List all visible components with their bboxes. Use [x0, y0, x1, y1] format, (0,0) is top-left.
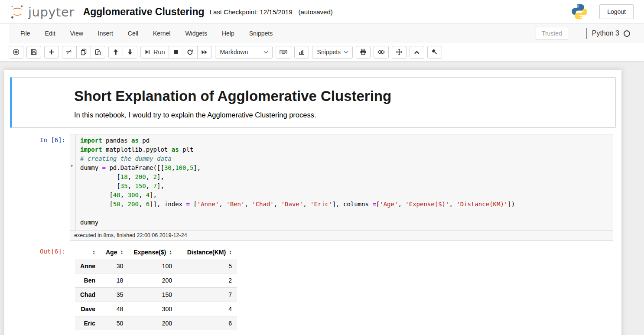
- run-button-label: Run: [153, 49, 165, 55]
- table-row: Chad351507: [75, 288, 237, 302]
- move-cells-button[interactable]: [392, 46, 407, 59]
- fold-arrow-icon[interactable]: ▾: [71, 164, 73, 168]
- move-arrows-icon: [396, 49, 403, 55]
- output-prompt: Out[6]:: [13, 245, 70, 330]
- input-prompt: In [6]:: [13, 134, 70, 241]
- bar-chart-icon: [298, 49, 305, 55]
- code-editor[interactable]: import pandas as pdimport matplotlib.pyp…: [76, 134, 519, 231]
- table-row: Ben182002: [75, 273, 237, 288]
- gavel-icon: [431, 49, 438, 55]
- jupyter-header: jupyter Agglomerative Clustering Last Ch…: [0, 0, 644, 61]
- collapse-button[interactable]: [410, 46, 424, 59]
- sort-arrows-icon[interactable]: ▲▼: [120, 250, 123, 254]
- notebook-container: Short Explanation of Agglomerative Clust…: [4, 70, 621, 335]
- table-cell: 48: [101, 302, 128, 316]
- table-cell: 100: [128, 259, 177, 273]
- title-bar: jupyter Agglomerative Clustering Last Ch…: [0, 0, 644, 24]
- keyboard-icon: [280, 49, 287, 55]
- row-index: Dave: [75, 302, 101, 316]
- column-header-index[interactable]: ▲▼: [75, 245, 101, 259]
- dataframe-header: ▲▼Age▲▼Expense($)▲▼Distance(KM)▲▼: [75, 245, 237, 259]
- eye-icon: [377, 49, 385, 55]
- row-index: Anne: [75, 259, 101, 273]
- column-header-Expense($)[interactable]: Expense($)▲▼: [128, 245, 177, 259]
- arrow-up-icon: [112, 49, 119, 55]
- plus-icon: [48, 49, 55, 55]
- table-cell: 35: [101, 288, 128, 302]
- markdown-cell[interactable]: Short Explanation of Agglomerative Clust…: [10, 77, 616, 128]
- autosave-status: (autosaved): [299, 8, 333, 16]
- notebook-title[interactable]: Agglomerative Clustering: [83, 6, 205, 18]
- markdown-paragraph: In this notebook, I would try to explain…: [74, 111, 611, 119]
- copy-cell-button[interactable]: [76, 46, 91, 59]
- checkpoint-status: Last Checkpoint: 12/15/2019: [210, 8, 293, 16]
- move-cell-up-button[interactable]: [108, 46, 123, 59]
- menu-item-file[interactable]: File: [13, 25, 38, 42]
- add-cell-button[interactable]: [44, 46, 59, 59]
- execution-time-status: executed in 8ms, finished 22:00:06 2019-…: [70, 231, 613, 241]
- kernel-idle-indicator-icon: [624, 30, 630, 37]
- cell-type-select[interactable]: Markdown: [215, 46, 273, 59]
- save-button[interactable]: [26, 46, 41, 59]
- trusted-button[interactable]: Trusted: [536, 27, 568, 40]
- column-header-Distance(KM)[interactable]: Distance(KM)▲▼: [177, 245, 237, 259]
- move-cell-down-button[interactable]: [123, 46, 137, 59]
- restart-kernel-button[interactable]: [183, 46, 198, 59]
- menu-item-insert[interactable]: Insert: [91, 25, 120, 42]
- chevron-down-icon: [344, 49, 348, 53]
- code-line: [50, 200, 6]], index = ['Anne', 'Ben', '…: [80, 200, 515, 209]
- sort-arrows-icon[interactable]: ▲▼: [169, 250, 172, 254]
- markdown-rendered-text: Short Explanation of Agglomerative Clust…: [72, 80, 613, 125]
- code-cell[interactable]: In [6]: ▾ import pandas as pdimport matp…: [10, 131, 616, 333]
- code-prettify-button[interactable]: [427, 46, 442, 59]
- paste-cell-button[interactable]: [91, 46, 105, 59]
- chevron-up-icon: [413, 49, 420, 55]
- markdown-heading: Short Explanation of Agglomerative Clust…: [74, 88, 611, 104]
- menu-item-view[interactable]: View: [63, 25, 91, 42]
- code-fold-gutter[interactable]: ▾: [70, 134, 76, 231]
- preview-button[interactable]: [374, 46, 389, 59]
- interrupt-kernel-button[interactable]: [169, 46, 183, 59]
- snippets-select[interactable]: Snippets: [312, 46, 353, 59]
- table-cell: 50: [101, 316, 128, 331]
- cell-type-value: Markdown: [220, 49, 248, 55]
- copy-icon: [80, 49, 87, 55]
- jupyter-logo[interactable]: jupyter: [10, 4, 75, 20]
- code-line: dummy = pd.DataFrame([[30,100,5],: [80, 163, 515, 172]
- menu-item-edit[interactable]: Edit: [38, 25, 63, 42]
- table-cell: 6: [177, 316, 237, 331]
- table-row: Dave483004: [75, 302, 237, 316]
- code-line: import pandas as pd: [80, 136, 515, 145]
- table-cell: 2: [177, 273, 237, 288]
- menu-item-widgets[interactable]: Widgets: [178, 25, 215, 42]
- menu-item-kernel[interactable]: Kernel: [146, 25, 178, 42]
- restart-icon: [187, 49, 193, 55]
- code-line: dummy: [80, 218, 515, 227]
- command-palette-button[interactable]: [276, 46, 291, 59]
- star-circle-icon: [13, 49, 20, 55]
- menu-item-cell[interactable]: Cell: [120, 25, 146, 42]
- menu-item-snippets[interactable]: Snippets: [242, 25, 280, 42]
- chart-button[interactable]: [294, 46, 309, 59]
- snippets-value: Snippets: [317, 49, 341, 55]
- print-preview-button[interactable]: [356, 46, 371, 59]
- nbextensions-button[interactable]: [9, 46, 23, 59]
- sort-arrows-icon[interactable]: ▲▼: [92, 250, 95, 254]
- cut-cell-button[interactable]: ✂: [62, 46, 77, 59]
- table-cell: 200: [128, 316, 177, 331]
- run-cell-button[interactable]: Run: [140, 46, 169, 59]
- scissors-icon: ✂: [65, 48, 73, 56]
- table-cell: 4: [177, 302, 237, 316]
- kernel-name: Python 3: [592, 29, 619, 37]
- code-line: [18, 200, 2],: [80, 172, 515, 182]
- column-header-Age[interactable]: Age▲▼: [101, 245, 128, 259]
- code-input-area[interactable]: ▾ import pandas as pdimport matplotlib.p…: [70, 134, 613, 241]
- logout-button[interactable]: Logout: [599, 4, 634, 19]
- menu-item-help[interactable]: Help: [215, 25, 242, 42]
- stop-icon: [173, 49, 179, 55]
- notebook-page: Short Explanation of Agglomerative Clust…: [0, 61, 644, 335]
- code-line: [35, 150, 7],: [80, 182, 515, 191]
- kernel-separator: [586, 28, 587, 39]
- restart-run-all-button[interactable]: [197, 46, 212, 59]
- sort-arrows-icon[interactable]: ▲▼: [229, 250, 232, 254]
